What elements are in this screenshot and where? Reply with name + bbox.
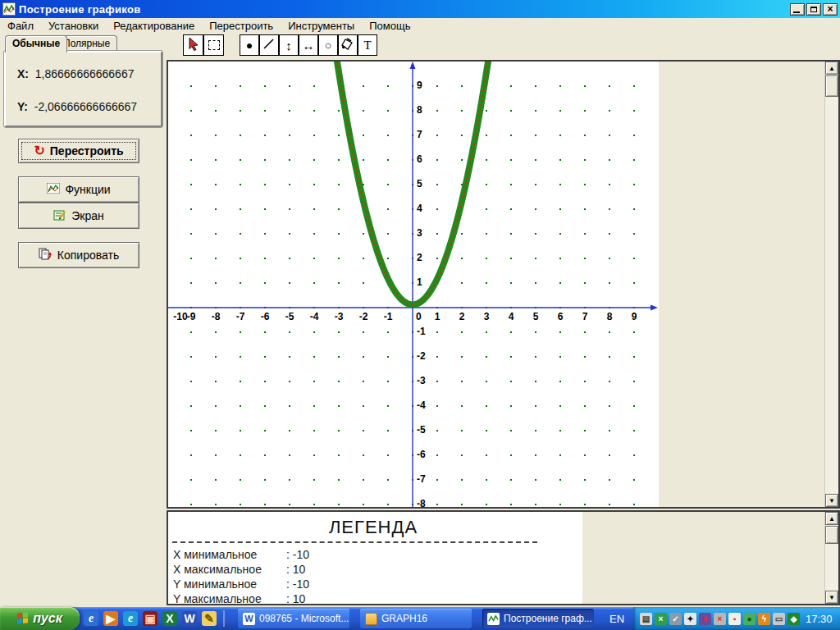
task-folder[interactable]: GRAPH16 <box>360 609 472 628</box>
legend-entry-value: : -10 <box>286 578 309 591</box>
tool-vertical-arrows[interactable]: ↕ <box>279 34 299 56</box>
tool-selection-rect[interactable] <box>203 34 224 56</box>
screen-button-label: Экран <box>71 209 104 222</box>
start-button[interactable]: пуск <box>0 607 80 630</box>
graph-canvas[interactable]: -10-9-8-7-6-5-4-3-2-11234567890987654321… <box>168 62 659 507</box>
screen-button[interactable]: Экран <box>18 203 139 229</box>
graph-scroll-up-icon[interactable]: ▲ <box>825 62 838 75</box>
media-player-icon[interactable]: ▶ <box>103 611 118 626</box>
legend-entry-label: Y минимальное <box>173 578 286 591</box>
vertical-arrows-icon: ↕ <box>285 39 292 52</box>
windows-flag-icon <box>17 612 29 624</box>
y-tick-3: 3 <box>417 227 438 239</box>
language-indicator[interactable]: EN <box>605 609 629 628</box>
line-icon <box>262 38 276 53</box>
network-error-icon[interactable]: × <box>655 613 667 625</box>
tray-icons: ▤×✓✦××▪●ϟ▭◆ <box>640 613 800 625</box>
menu-item-1[interactable]: Файл <box>0 19 41 33</box>
x-tick-5: 5 <box>524 311 547 322</box>
printer-icon[interactable]: ▤ <box>640 613 652 625</box>
legend-scroll-thumb[interactable] <box>825 526 838 544</box>
functions-button[interactable]: Функции <box>18 176 139 203</box>
brush-icon[interactable]: ✎ <box>202 611 217 626</box>
legend-scroll-up-icon[interactable]: ▲ <box>825 512 838 525</box>
display-error-purple-icon[interactable]: × <box>699 613 711 625</box>
tool-select-arrow[interactable] <box>183 34 203 56</box>
legend-entry-label: X минимальное <box>173 548 286 561</box>
coordinates-box: X: 1,86666666666667 Y: -2,06666666666667 <box>4 51 162 127</box>
minimize-icon <box>793 11 800 13</box>
app-icon <box>2 2 16 16</box>
menu-item-4[interactable]: Перестроить <box>202 19 281 33</box>
y-tick--8: -8 <box>417 498 438 507</box>
ati-figure-icon[interactable]: ✦ <box>684 613 696 625</box>
rebuild-button-label: Перестроить <box>50 144 124 158</box>
dual-monitor-icon[interactable]: ▭ <box>773 613 785 625</box>
legend-scrollbar[interactable]: ▲ ▼ <box>824 512 838 604</box>
menu-item-3[interactable]: Редактирование <box>106 19 202 33</box>
y-tick-8: 8 <box>417 104 438 116</box>
x-tick--3: -3 <box>327 311 350 322</box>
tab-normal[interactable]: Обычные <box>5 35 67 52</box>
restore-icon <box>810 7 817 12</box>
y-tick-7: 7 <box>417 129 438 140</box>
legend-scroll-down-icon[interactable]: ▼ <box>825 591 838 604</box>
quick-launch-bar: e▶e▣XW✎ <box>84 609 225 628</box>
x-coordinate-value: 1,86666666666667 <box>35 67 135 80</box>
graph-scrollbar[interactable]: ▲ ▼ <box>824 62 838 507</box>
display-error-gray-icon[interactable]: × <box>714 613 726 625</box>
tool-line[interactable] <box>259 34 279 56</box>
ie-icon[interactable]: e <box>84 611 98 626</box>
graph-scroll-thumb[interactable] <box>825 75 838 97</box>
minimize-button[interactable] <box>790 3 805 16</box>
x-tick--1: -1 <box>377 311 399 322</box>
legend-title: ЛЕГЕНДА <box>267 517 480 538</box>
task-graph[interactable]: Построение граф... <box>482 609 594 628</box>
browser-icon[interactable]: e <box>123 611 138 626</box>
y-coordinate-label: Y: <box>17 100 28 113</box>
select-arrow-icon <box>187 37 200 53</box>
copy-icon <box>39 248 52 262</box>
close-button[interactable]: × <box>823 3 838 16</box>
screen-icon <box>53 209 66 223</box>
legend-entry-2: X максимальное: 10 <box>173 563 305 576</box>
tool-text[interactable]: T <box>358 34 377 56</box>
rebuild-button[interactable]: ↻ Перестроить <box>18 139 139 163</box>
chart-icon <box>47 183 60 196</box>
menu-item-6[interactable]: Помощь <box>362 19 418 33</box>
restore-button[interactable] <box>806 3 821 16</box>
tool-horizontal-arrows[interactable]: ↔ <box>299 34 318 56</box>
legend-entry-3: Y минимальное: -10 <box>173 578 309 591</box>
word-icon[interactable]: W <box>182 611 197 626</box>
y-tick--7: -7 <box>417 473 438 485</box>
tray-clock[interactable]: 17:30 <box>806 613 833 625</box>
tool-point[interactable]: ● <box>240 34 259 56</box>
winamp-icon[interactable]: ϟ <box>758 613 770 625</box>
x-tick--7: -7 <box>229 311 252 322</box>
tool-fill-bucket[interactable] <box>338 34 358 56</box>
x-tick-9: 9 <box>623 311 646 322</box>
menu-item-2[interactable]: Установки <box>41 19 106 33</box>
y-tick--4: -4 <box>417 399 438 411</box>
antivirus-icon[interactable]: ◆ <box>788 613 800 625</box>
task-button-label: GRAPH16 <box>381 613 427 624</box>
copy-button[interactable]: Копировать <box>18 242 139 268</box>
menu-item-5[interactable]: Инструменты <box>281 19 362 33</box>
app-red-icon[interactable]: ▣ <box>143 611 158 626</box>
y-tick-5: 5 <box>417 178 438 189</box>
graph-scroll-down-icon[interactable]: ▼ <box>825 494 838 507</box>
vpn-icon[interactable]: ● <box>743 613 756 625</box>
legend-canvas: ЛЕГЕНДА X минимальное: -10X максимальное… <box>168 512 582 604</box>
task-word[interactable]: W098765 - Microsoft... <box>238 609 349 628</box>
tool-ellipse[interactable]: ○ <box>318 34 338 56</box>
removable-device-icon[interactable]: ▪ <box>728 613 741 625</box>
excel-icon[interactable]: X <box>162 611 177 626</box>
window-title: Построение графиков <box>19 3 790 16</box>
point-icon: ● <box>246 39 253 52</box>
legend-separator <box>172 541 537 543</box>
update-check-icon[interactable]: ✓ <box>669 613 682 625</box>
functions-button-label: Функции <box>65 183 110 196</box>
y-tick--6: -6 <box>417 449 438 460</box>
application-window: Построение графиков × ФайлУстановкиРедак… <box>0 0 840 630</box>
origin-label: 0 <box>416 311 432 322</box>
